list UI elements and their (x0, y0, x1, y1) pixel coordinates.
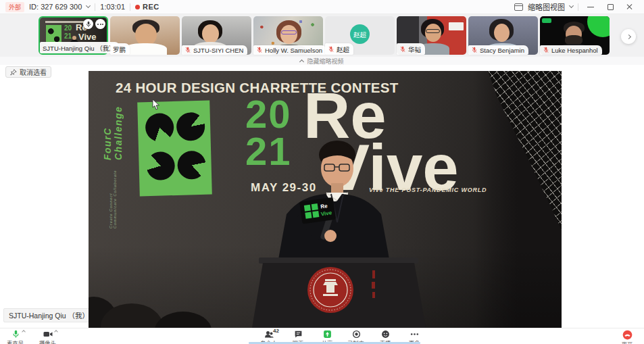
participant-name-label: 赵超 (325, 43, 353, 55)
thumbnail-strip: 20 21 Re Vive SJTU-Hanjing Qiu （我） 罗鹏 (0, 14, 644, 57)
participants-icon (264, 330, 274, 339)
hide-thumbnails-label: 隐藏缩略视频 (307, 57, 343, 66)
muted-mic-icon (184, 47, 191, 53)
muted-mic-icon (256, 47, 263, 53)
chevron-right-icon (626, 34, 630, 39)
meeting-duration: 1:03:01 (100, 3, 125, 11)
participant-tile[interactable]: Holly W. Samuelson (253, 16, 323, 55)
participant-tile[interactable]: Stacy Benjamin (468, 16, 538, 55)
participant-name-label: Luke Hespanhol (540, 45, 602, 55)
close-button[interactable] (622, 1, 637, 12)
participant-name-label: SJTU-Hanjing Qiu （我） (40, 42, 120, 53)
participant-tile[interactable]: SJTU-SIYI CHEN (182, 16, 251, 55)
camera-button[interactable]: 摄像头 (36, 328, 59, 344)
participant-name-label: 罗鹏 (110, 43, 130, 55)
mic-options-caret[interactable] (22, 330, 26, 334)
hide-thumbnails-bar[interactable]: 隐藏缩略视频 (0, 57, 644, 65)
minimize-icon (587, 7, 594, 7)
mic-label: 麦克风 (7, 339, 24, 344)
leave-icon (622, 330, 633, 340)
camera-options-caret[interactable] (54, 330, 58, 334)
unpin-button[interactable]: 取消选看 (5, 66, 51, 78)
pin-icon (10, 69, 17, 76)
chevron-up-icon (299, 59, 304, 64)
stage-speaker-label: SJTU-Hanjing Qiu （我） (3, 308, 95, 322)
participant-name-label: Stacy Benjamin (468, 45, 528, 55)
more-icon[interactable] (95, 19, 105, 29)
divider (578, 3, 578, 11)
avatar: 赵超 (350, 24, 370, 44)
participant-name-label: 华韬 (397, 43, 425, 55)
participants-count: 42 (273, 328, 279, 334)
muted-mic-icon (328, 46, 335, 53)
divider (95, 3, 95, 11)
emoji-icon (381, 330, 390, 339)
more-icon (410, 330, 420, 339)
muted-mic-icon (399, 46, 406, 53)
participant-name-label: SJTU-SIYI CHEN (182, 45, 247, 55)
rec-label: REC (143, 3, 159, 11)
participant-name-label: Holly W. Samuelson (253, 45, 326, 55)
layout-view-icon (514, 3, 523, 11)
participant-tile[interactable]: 华韬 (397, 16, 466, 55)
scroll-right-button[interactable] (621, 29, 636, 44)
maximize-button[interactable] (603, 1, 618, 12)
participant-tile[interactable]: 赵超 赵超 (325, 16, 395, 55)
chevron-down-icon[interactable] (569, 3, 574, 8)
chat-icon (294, 330, 303, 339)
participant-tile[interactable]: Luke Hespanhol (540, 16, 610, 55)
mic-on-icon[interactable] (83, 19, 93, 29)
divider (130, 3, 130, 11)
stage-video[interactable]: 24 HOUR DESIGN CHARRETTE CONTEST Create … (89, 71, 562, 328)
leave-button[interactable]: 离开 (616, 328, 639, 344)
mouse-cursor (152, 99, 160, 110)
mic-button[interactable]: 麦克风 (4, 328, 27, 344)
chevron-down-icon[interactable] (86, 3, 91, 8)
muted-mic-icon (471, 47, 478, 53)
meeting-id[interactable]: ID: 327 629 300 (29, 3, 82, 11)
muted-mic-icon (543, 47, 549, 53)
minimize-button[interactable] (583, 1, 598, 12)
close-icon (626, 3, 633, 10)
svg-text:Re: Re (320, 203, 328, 210)
record-icon (352, 330, 361, 339)
participant-tile[interactable]: 罗鹏 (110, 16, 180, 55)
unpin-label: 取消选看 (20, 67, 47, 77)
maximize-icon (608, 4, 614, 10)
participant-tile-self[interactable]: 20 21 Re Vive SJTU-Hanjing Qiu （我） (39, 16, 108, 55)
camera-icon (43, 330, 53, 339)
share-icon (323, 330, 332, 339)
mic-icon (12, 330, 20, 339)
meeting-window: 外部 ID: 327 629 300 1:03:01 REC 缩略图视图 20 … (0, 0, 644, 344)
view-mode-label[interactable]: 缩略图视图 (528, 1, 565, 12)
external-badge: 外部 (5, 2, 24, 12)
leave-label: 离开 (622, 341, 633, 344)
titlebar: 外部 ID: 327 629 300 1:03:01 REC 缩略图视图 (0, 0, 644, 14)
stage-area: 取消选看 24 HOUR DESIGN CHARRETTE CONTEST Cr… (0, 65, 644, 328)
camera-label: 摄像头 (40, 339, 57, 344)
record-dot-icon (135, 5, 140, 9)
